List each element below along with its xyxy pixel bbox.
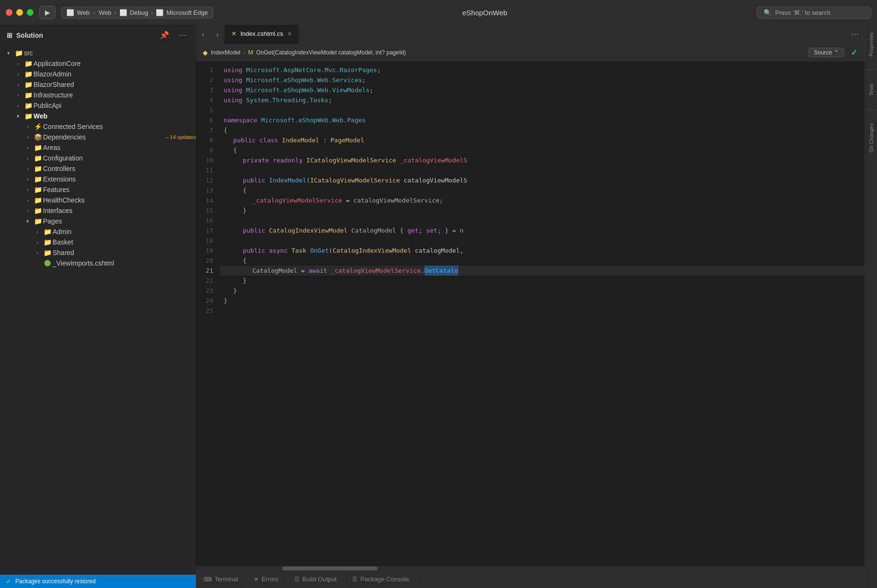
- sidebar-item-publicapi[interactable]: › 📁 PublicApi: [0, 100, 196, 111]
- tab-terminal[interactable]: ⌨ Terminal: [196, 571, 246, 588]
- folder-icon-areas: 📁: [32, 144, 43, 151]
- package-console-icon: ☰: [352, 576, 357, 583]
- folder-icon-src: 📁: [13, 49, 24, 57]
- code-line-9: {: [220, 145, 865, 155]
- tree-label-basket: Basket: [53, 238, 196, 246]
- sidebar-item-pages[interactable]: ▾ 📁 Pages: [0, 216, 196, 226]
- expand-icon-blazoradmin: ›: [13, 71, 23, 77]
- sidebar-item-tests[interactable]: Tests: [867, 80, 875, 100]
- folder-icon-infrastructure: 📁: [23, 91, 33, 99]
- sidebar-item-dependencies[interactable]: › 📦 Dependencies – 14 updates: [0, 132, 196, 142]
- sidebar-item-extensions[interactable]: › 📁 Extensions: [0, 174, 196, 184]
- folder-icon-features: 📁: [32, 186, 43, 193]
- sidebar-item-blazorshared[interactable]: › 📁 BlazorShared: [0, 79, 196, 90]
- line-number-4: 4: [209, 95, 213, 105]
- tab-package-console[interactable]: ☰ Package Console: [345, 571, 417, 588]
- sidebar-item-connected-services[interactable]: › ⚡ Connected Services: [0, 121, 196, 132]
- code-line-22: }: [220, 276, 865, 286]
- code-line-24: }: [220, 296, 865, 306]
- line-number-23: 23: [206, 286, 213, 296]
- sidebar-item-admin[interactable]: › 📁 Admin: [0, 226, 196, 237]
- scrollbar-thumb[interactable]: [282, 567, 378, 570]
- line-number-7: 7: [209, 125, 213, 135]
- code-line-17: public CatalogIndexViewModel CatalogMode…: [220, 225, 865, 235]
- code-line-5: [220, 105, 865, 115]
- tab-prev-button[interactable]: ‹: [196, 25, 210, 44]
- breadcrumb[interactable]: ⬜ Web – Web › ⬜ Debug › ⬜ Microsoft Edge: [61, 7, 213, 19]
- sidebar-item-healthchecks[interactable]: › 📁 HealthChecks: [0, 195, 196, 205]
- tab-next-button[interactable]: ›: [210, 25, 225, 44]
- tab-more-button[interactable]: ⋯: [845, 30, 865, 39]
- minimize-button[interactable]: [16, 9, 23, 16]
- tab-build-output[interactable]: ☰ Build Output: [287, 571, 345, 588]
- ellipsis-button[interactable]: ⋯: [176, 30, 189, 41]
- sidebar-item-interfaces[interactable]: › 📁 Interfaces: [0, 205, 196, 216]
- close-button[interactable]: [6, 9, 12, 16]
- sidebar-item-viewimports[interactable]: › 🟢 _ViewImports.cshtml: [0, 258, 196, 268]
- sidebar-item-areas[interactable]: › 📁 Areas: [0, 142, 196, 153]
- expand-icon-src: ▾: [4, 50, 13, 56]
- sidebar-item-basket[interactable]: › 📁 Basket: [0, 237, 196, 247]
- code-line-10: private readonly ICatalogViewModelServic…: [220, 155, 865, 165]
- sidebar-item-web[interactable]: ▾ 📁 Web: [0, 111, 196, 121]
- code-content[interactable]: using Microsoft.AspNetCore.Mvc.RazorPage…: [220, 61, 865, 566]
- debug-icon: ⬜: [119, 9, 127, 16]
- solution-label: Solution: [16, 32, 43, 39]
- tab-close-button[interactable]: ✕: [287, 31, 292, 37]
- tab-label: Index.cshtml.cs: [240, 30, 283, 37]
- code-line-13: {: [220, 185, 865, 195]
- sidebar-item-configuration[interactable]: › 📁 Configuration: [0, 153, 196, 163]
- maximize-button[interactable]: [27, 9, 33, 16]
- folder-icon-pages: 📁: [32, 217, 43, 225]
- search-icon: 🔍: [764, 9, 771, 16]
- breadcrumb-sep1: –: [93, 9, 96, 16]
- run-button[interactable]: ▶: [39, 6, 55, 19]
- source-button[interactable]: Source ⌃: [809, 48, 844, 57]
- tree-label-healthchecks: HealthChecks: [43, 196, 196, 204]
- tab-bar: ‹ › ✕ Index.cshtml.cs ✕ ⋯: [196, 25, 865, 44]
- tab-index-cshtml-cs[interactable]: ✕ Index.cshtml.cs ✕: [225, 25, 299, 44]
- code-editor[interactable]: 1 2 3 4 5 6 7 8 9 10 11 12 13 14 15 16 1…: [196, 61, 865, 566]
- sidebar-item-properties[interactable]: Properties: [867, 29, 875, 60]
- sidebar-item-blazoradmin[interactable]: › 📁 BlazorAdmin: [0, 69, 196, 79]
- tree-label-configuration: Configuration: [43, 154, 196, 162]
- tree-label-shared: Shared: [53, 249, 196, 257]
- tree-label-controllers: Controllers: [43, 165, 196, 172]
- sidebar-item-features[interactable]: › 📁 Features: [0, 184, 196, 195]
- build-output-label: Build Output: [303, 576, 337, 583]
- nav-model-icon: ◆: [203, 49, 208, 56]
- pin-button[interactable]: 📌: [157, 30, 172, 41]
- line-number-19: 19: [206, 246, 213, 256]
- errors-label: Errors: [261, 576, 278, 583]
- nav-method-name: OnGet(CatalogIndexViewModel catalogModel…: [256, 49, 406, 56]
- folder-icon-basket: 📁: [42, 238, 53, 246]
- expand-icon-areas: ›: [23, 145, 32, 150]
- sidebar-item-infrastructure[interactable]: › 📁 Infrastructure: [0, 90, 196, 100]
- horizontal-scrollbar[interactable]: [196, 566, 865, 571]
- sidebar-item-git-changes[interactable]: Git Changes: [867, 119, 875, 156]
- nav-method-icon: M: [248, 49, 253, 56]
- line-number-22: 22: [206, 276, 213, 286]
- dependencies-badge: – 14 updates: [165, 134, 196, 140]
- right-sidebar: Properties Tests Git Changes: [865, 25, 877, 588]
- dependencies-icon: 📦: [32, 133, 43, 141]
- search-bar[interactable]: 🔍 Press '⌘.' to search: [757, 7, 871, 19]
- expand-icon-controllers: ›: [23, 166, 32, 171]
- line-number-24: 24: [206, 296, 213, 306]
- line-number-20: 20: [206, 256, 213, 266]
- browser-icon: ⬜: [156, 9, 163, 16]
- sidebar-item-applicationcore[interactable]: › 📁 ApplicationCore: [0, 58, 196, 69]
- tab-errors[interactable]: ✕ Errors: [246, 571, 286, 588]
- line-number-8: 8: [209, 135, 213, 145]
- code-line-11: [220, 165, 865, 175]
- code-line-6: namespace Microsoft.eShopWeb.Web.Pages: [220, 115, 865, 125]
- sidebar-item-src[interactable]: ▾ 📁 src: [0, 48, 196, 58]
- sidebar-item-shared[interactable]: › 📁 Shared: [0, 247, 196, 258]
- line-number-9: 9: [209, 145, 213, 155]
- tree-label-infrastructure: Infrastructure: [33, 91, 196, 99]
- status-text: Packages successfully restored: [15, 578, 96, 585]
- breadcrumb-arrow2: ›: [151, 9, 153, 16]
- source-chevron-icon: ⌃: [834, 49, 839, 56]
- sidebar-item-controllers[interactable]: › 📁 Controllers: [0, 163, 196, 174]
- tree-label-features: Features: [43, 186, 196, 193]
